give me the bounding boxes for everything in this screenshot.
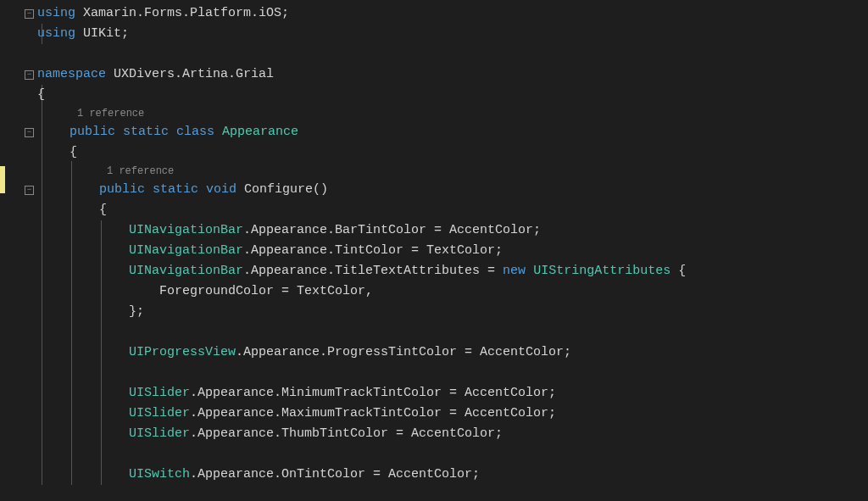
code-line[interactable]: }; [0, 302, 868, 322]
code-line[interactable]: − public static void Configure() [0, 180, 868, 200]
keyword: namespace [37, 67, 106, 81]
class-name: Appearance [214, 125, 298, 139]
indent-guide [71, 180, 72, 200]
keyword: public [70, 125, 115, 139]
code-line[interactable]: { [0, 200, 868, 220]
code-line[interactable]: UISlider.Appearance.ThumbTintColor = Acc… [0, 424, 868, 444]
indent-guide [71, 302, 72, 322]
codelens-line[interactable]: 1 reference [0, 163, 868, 180]
code-line[interactable]: − using Xamarin.Forms.Platform.iOS; [0, 3, 868, 24]
namespace-name: UXDivers.Artina.Grial [106, 67, 274, 81]
indent-guide [42, 220, 42, 241]
code-line[interactable] [0, 363, 868, 383]
fold-toggle-icon[interactable]: − [25, 70, 34, 80]
code-text: { [670, 264, 686, 278]
keyword: using [37, 6, 75, 20]
indent-guide [71, 261, 72, 281]
keyword: static [145, 182, 198, 197]
indent-guide [101, 241, 102, 261]
indent-guide [42, 342, 42, 363]
indent-guide [71, 363, 72, 383]
brace: { [70, 145, 77, 159]
type-ref: UISlider [129, 406, 190, 420]
fold-toggle-icon[interactable]: − [25, 128, 34, 137]
indent-guide [101, 383, 102, 404]
type-ref: UISwitch [129, 467, 190, 482]
indent-guide [42, 383, 42, 404]
indent-guide [101, 424, 102, 444]
code-line[interactable] [0, 444, 868, 465]
code-editor[interactable]: − using Xamarin.Forms.Platform.iOS; usin… [0, 0, 868, 485]
indent-guide [71, 241, 72, 261]
code-text: .Appearance.MaximumTrackTintColor = Acce… [190, 406, 556, 420]
indent-guide [42, 465, 42, 485]
indent-guide [71, 424, 72, 444]
indent-guide [42, 103, 42, 124]
indent-guide [71, 342, 72, 363]
code-line[interactable]: { [0, 85, 868, 105]
code-text [526, 264, 533, 278]
code-line[interactable] [0, 44, 868, 64]
keyword: void [198, 182, 236, 197]
keyword: using [37, 26, 75, 41]
code-line[interactable]: ForegroundColor = TextColor, [0, 281, 868, 302]
indent-guide [42, 302, 42, 322]
keyword: new [503, 264, 526, 278]
code-text: .Appearance.TintColor = TextColor; [243, 243, 503, 258]
namespace-ref: Xamarin.Forms.Platform.iOS; [75, 6, 289, 20]
indent-guide [101, 261, 102, 281]
code-text: .Appearance.MinimumTrackTintColor = Acce… [190, 386, 556, 400]
indent-guide [42, 241, 42, 261]
code-line[interactable]: { [0, 142, 868, 163]
namespace-ref: UIKit; [75, 26, 129, 41]
type-ref: UINavigationBar [129, 243, 243, 258]
codelens-references[interactable]: 1 reference [77, 108, 144, 120]
code-text: .Appearance.TitleTextAttributes = [243, 264, 503, 278]
type-ref: UINavigationBar [129, 264, 243, 278]
brace: { [99, 203, 107, 217]
indent-guide [71, 465, 72, 485]
indent-guide [42, 161, 42, 181]
change-indicator [0, 166, 5, 193]
fold-toggle-icon[interactable]: − [25, 9, 34, 19]
method-name: Configure() [236, 182, 328, 197]
code-line[interactable]: UISlider.Appearance.MaximumTrackTintColo… [0, 404, 868, 424]
indent-guide [42, 363, 42, 383]
code-text: .Appearance.BarTintColor = AccentColor; [243, 223, 541, 237]
indent-guide [101, 302, 102, 322]
indent-guide [42, 424, 42, 444]
codelens-references[interactable]: 1 reference [107, 165, 174, 177]
type-ref: UIStringAttributes [533, 264, 670, 278]
indent-guide [101, 281, 102, 302]
indent-guide [42, 122, 42, 142]
type-ref: UIProgressView [129, 345, 236, 359]
code-line[interactable]: UINavigationBar.Appearance.TitleTextAttr… [0, 261, 868, 281]
code-line[interactable] [0, 322, 868, 342]
indent-guide [42, 261, 42, 281]
code-text: .Appearance.ThumbTintColor = AccentColor… [190, 426, 503, 441]
indent-guide [71, 444, 72, 465]
type-ref: UISlider [129, 426, 190, 441]
codelens-line[interactable]: 1 reference [0, 105, 868, 122]
code-line[interactable]: − public static class Appearance [0, 122, 868, 142]
code-line[interactable]: UISwitch.Appearance.OnTintColor = Accent… [0, 465, 868, 485]
fold-toggle-icon[interactable]: − [25, 186, 34, 195]
code-line[interactable]: UISlider.Appearance.MinimumTrackTintColo… [0, 383, 868, 404]
indent-guide [101, 342, 102, 363]
keyword: public [99, 182, 145, 197]
keyword: static [115, 125, 169, 139]
indent-guide [42, 180, 42, 200]
indent-guide [101, 444, 102, 465]
indent-guide [71, 200, 72, 220]
type-ref: UINavigationBar [129, 223, 243, 237]
indent-guide [42, 281, 42, 302]
code-line[interactable]: UINavigationBar.Appearance.BarTintColor … [0, 220, 868, 241]
indent-guide [101, 363, 102, 383]
type-ref: UISlider [129, 386, 190, 400]
code-line[interactable]: − namespace UXDivers.Artina.Grial [0, 64, 868, 85]
brace: }; [129, 304, 144, 319]
code-line[interactable]: using UIKit; [0, 24, 868, 44]
code-line[interactable]: UIProgressView.Appearance.ProgressTintCo… [0, 342, 868, 363]
code-line[interactable]: UINavigationBar.Appearance.TintColor = T… [0, 241, 868, 261]
indent-guide [71, 404, 72, 424]
